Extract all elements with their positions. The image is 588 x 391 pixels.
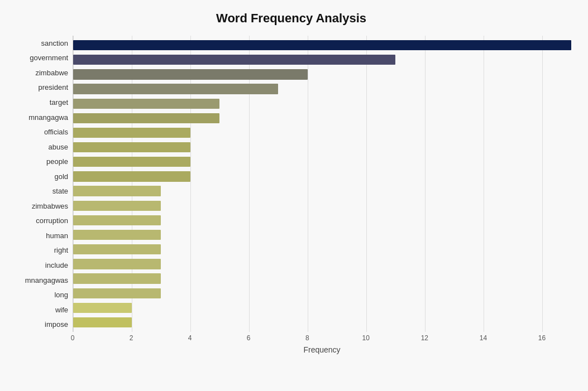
y-label: long <box>54 291 68 298</box>
bar-row <box>73 81 571 96</box>
chart-title: Word Frequency Analysis <box>11 11 571 26</box>
y-label: corruption <box>36 217 68 224</box>
x-tick: 16 <box>538 334 546 342</box>
bar <box>73 128 190 138</box>
bar <box>73 201 161 211</box>
chart-area: sanctiongovernmentzimbabwepresidenttarge… <box>11 36 571 354</box>
bar <box>73 317 132 327</box>
bar <box>73 259 161 269</box>
bar-row <box>73 228 571 242</box>
bars-and-x: 0246810121416 Frequency <box>73 36 571 354</box>
bar-row <box>73 199 571 213</box>
bar <box>73 99 219 109</box>
bar-row <box>73 242 571 257</box>
bar <box>73 113 219 123</box>
bar <box>73 55 395 65</box>
bar <box>73 171 190 181</box>
x-tick: 6 <box>247 334 251 342</box>
y-label: impose <box>45 321 68 328</box>
bar <box>73 40 571 50</box>
x-tick: 0 <box>71 334 75 342</box>
bar-row <box>73 315 571 330</box>
y-label: human <box>46 232 68 239</box>
x-tick: 4 <box>188 334 192 342</box>
x-tick: 8 <box>305 334 309 342</box>
y-label: gold <box>54 173 68 180</box>
bar-row <box>73 301 571 315</box>
bar <box>73 273 161 283</box>
y-label: state <box>52 187 68 195</box>
y-label: wife <box>55 306 68 313</box>
y-label: officials <box>44 128 68 136</box>
bar <box>73 215 161 225</box>
bar <box>73 186 161 196</box>
bar-row <box>73 52 571 67</box>
bar-row <box>73 67 571 81</box>
bar <box>73 69 308 79</box>
bar-row <box>73 213 571 228</box>
bar-row <box>73 111 571 125</box>
x-axis: 0246810121416 Frequency <box>73 332 571 354</box>
bar-row <box>73 155 571 169</box>
bar-row <box>73 286 571 301</box>
x-ticks: 0246810121416 <box>73 332 571 343</box>
bar <box>73 142 190 152</box>
bar-row <box>73 140 571 155</box>
y-label: target <box>50 99 68 106</box>
y-label: president <box>39 84 68 91</box>
bar <box>73 230 161 240</box>
x-tick: 14 <box>480 334 487 342</box>
bar <box>73 157 190 167</box>
y-label: government <box>30 54 68 61</box>
bars-grid <box>73 36 571 332</box>
chart-container: Word Frequency Analysis sanctiongovernme… <box>0 0 588 391</box>
y-label: mnangagwas <box>25 277 68 284</box>
bar <box>73 288 161 298</box>
bar-row <box>73 169 571 184</box>
bar <box>73 303 132 313</box>
bar-row <box>73 257 571 271</box>
bar-row <box>73 38 571 52</box>
y-label: zimbabwe <box>35 69 68 76</box>
y-label: abuse <box>49 143 68 151</box>
x-tick: 2 <box>130 334 133 342</box>
y-label: zimbabwes <box>32 202 68 210</box>
y-label: people <box>46 158 68 165</box>
y-axis-labels: sanctiongovernmentzimbabwepresidenttarge… <box>11 36 73 332</box>
bar-row <box>73 272 571 286</box>
bars-wrapper <box>73 36 571 332</box>
x-tick: 12 <box>421 334 428 342</box>
bar <box>73 84 278 94</box>
bar <box>73 244 161 254</box>
y-label: right <box>54 247 68 254</box>
bar-row <box>73 96 571 111</box>
y-label: include <box>45 262 68 269</box>
y-label: mnangagwa <box>28 114 68 121</box>
bar-row <box>73 184 571 199</box>
x-axis-label: Frequency <box>73 345 571 354</box>
bar-row <box>73 125 571 140</box>
x-tick: 10 <box>362 334 370 342</box>
y-label: sanction <box>41 40 68 47</box>
